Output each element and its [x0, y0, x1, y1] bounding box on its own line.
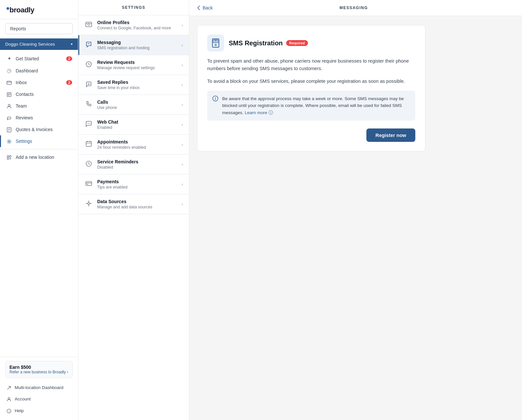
earn-title: Earn $500	[9, 365, 69, 370]
svg-point-50	[215, 97, 216, 98]
svg-rect-12	[9, 156, 11, 157]
sidebar-item-label: Dashboard	[16, 68, 38, 73]
svg-text:?: ?	[8, 410, 10, 413]
appointments-icon	[84, 140, 93, 149]
sidebar-item-label: Inbox	[16, 80, 27, 85]
settings-item-saved-replies[interactable]: Saved Replies Save time in your inbox ›	[78, 75, 189, 95]
quotes-invoices-icon	[6, 127, 12, 132]
settings-item-online-profiles[interactable]: Online Profiles Connect to Google, Faceb…	[78, 15, 189, 35]
chevron-right-icon: ›	[181, 82, 183, 87]
settings-item-service-reminders[interactable]: Service Reminders Disabled ›	[78, 155, 189, 174]
sidebar-item-label: Reviews	[16, 115, 33, 120]
reports-button[interactable]: Reports	[5, 23, 73, 34]
sidebar-item-dashboard[interactable]: ◷ Dashboard	[0, 65, 78, 77]
help-icon: ?	[7, 408, 11, 413]
svg-rect-0	[7, 81, 11, 84]
sidebar-item-add-location[interactable]: Add a new location	[0, 151, 78, 163]
back-label: Back	[203, 5, 213, 10]
settings-item-text: Web Chat Enabled	[97, 119, 177, 130]
sidebar-item-team[interactable]: Team	[0, 100, 78, 112]
payments-icon	[84, 180, 93, 189]
footer-item-multi-location[interactable]: Multi-location Dashboard	[5, 382, 73, 393]
settings-item-text: Payments Tips are enabled	[97, 179, 177, 189]
settings-item-subtitle: Disabled	[97, 165, 177, 170]
settings-item-data-sources[interactable]: Data Sources Manage and add data sources…	[78, 194, 189, 214]
footer-item-label: Account	[15, 397, 31, 401]
add-location-icon	[6, 154, 12, 160]
settings-item-text: Messaging SMS registration and hosting	[97, 40, 177, 50]
online-profiles-icon	[84, 21, 93, 30]
footer-item-account[interactable]: Account	[5, 394, 73, 405]
footer-item-label: Help	[15, 408, 24, 413]
account-icon	[7, 396, 11, 402]
chevron-right-icon: ›	[181, 202, 183, 207]
settings-item-review-requests[interactable]: Review Requests Manage review request se…	[78, 55, 189, 75]
settings-item-subtitle: Use phone	[97, 105, 177, 110]
sidebar-item-get-started[interactable]: ✦ Get Started 2	[0, 52, 78, 65]
detail-header: Back MESSAGING	[189, 0, 522, 16]
settings-item-title: Messaging	[97, 40, 177, 45]
settings-icon	[6, 138, 12, 144]
sidebar-item-label: Team	[16, 103, 27, 109]
settings-item-payments[interactable]: Payments Tips are enabled ›	[78, 174, 189, 194]
location-selector[interactable]: Doggo Cleaning Services ▾	[0, 38, 78, 50]
settings-item-title: Payments	[97, 179, 177, 184]
dashboard-icon: ◷	[6, 68, 12, 74]
get-started-badge: 2	[66, 56, 72, 61]
sidebar-item-settings[interactable]: Settings	[0, 135, 78, 147]
sms-description-1: To prevent spam and other abuse, phone c…	[207, 57, 415, 72]
chevron-right-icon: ›	[181, 102, 183, 107]
info-icon	[212, 96, 218, 103]
sidebar: broadly Reports Doggo Cleaning Services …	[0, 0, 78, 420]
settings-item-subtitle: SMS registration and hosting	[97, 46, 177, 50]
learn-more-link[interactable]: Learn more ⓘ	[245, 110, 273, 115]
earn-link[interactable]: Refer a new business to Broadly ›	[9, 370, 69, 374]
detail-panel-title: MESSAGING	[213, 6, 495, 10]
sidebar-item-quotes-invoices[interactable]: Quotes & Invoices	[0, 124, 78, 135]
location-name: Doggo Cleaning Services	[5, 42, 55, 47]
settings-item-appointments[interactable]: Appointments 24 hour reminders enabled ›	[78, 135, 189, 155]
review-requests-icon	[84, 61, 93, 69]
calls-icon	[84, 100, 93, 109]
svg-rect-28	[86, 142, 91, 146]
sidebar-item-reviews[interactable]: Reviews	[0, 112, 78, 124]
settings-item-subtitle: Manage and add data sources	[97, 205, 177, 209]
sidebar-item-label: Contacts	[16, 92, 34, 97]
sidebar-item-label: Add a new location	[16, 155, 54, 160]
footer-nav: Multi-location Dashboard Account ? Help	[5, 382, 73, 416]
detail-panel: Back MESSAGING SMS Registration Required…	[189, 0, 522, 420]
sidebar-item-inbox[interactable]: Inbox 2	[0, 77, 78, 88]
info-box: Be aware that the approval process may t…	[207, 91, 415, 121]
settings-item-title: Online Profiles	[97, 20, 177, 25]
settings-panel: SETTINGS Online Profiles Connect to Goog…	[78, 0, 189, 420]
settings-item-text: Saved Replies Save time in your inbox	[97, 80, 177, 90]
chevron-right-icon: ›	[181, 22, 183, 28]
inbox-badge: 2	[66, 80, 72, 85]
settings-item-messaging[interactable]: Messaging SMS registration and hosting ›	[78, 35, 189, 55]
footer-item-label: Multi-location Dashboard	[15, 385, 63, 390]
multi-location-icon	[7, 384, 11, 390]
reports-section: Reports	[0, 19, 78, 38]
sidebar-item-contacts[interactable]: Contacts	[0, 88, 78, 100]
team-icon	[6, 103, 12, 109]
settings-item-subtitle: Save time in your inbox	[97, 85, 177, 90]
sms-title-group: SMS Registration Required	[229, 39, 308, 47]
chevron-right-icon: ›	[181, 162, 183, 167]
svg-point-16	[8, 398, 10, 399]
sms-card-header: SMS Registration Required	[207, 35, 415, 52]
logo: broadly	[7, 6, 34, 14]
sms-description-2: To avoid a block on your SMS services, p…	[207, 78, 415, 85]
settings-item-web-chat[interactable]: Web Chat Enabled ›	[78, 115, 189, 135]
footer-item-help[interactable]: ? Help	[5, 405, 73, 416]
svg-rect-11	[7, 156, 9, 157]
svg-point-45	[215, 44, 216, 46]
settings-item-calls[interactable]: Calls Use phone ›	[78, 95, 189, 115]
main-content: SETTINGS Online Profiles Connect to Goog…	[78, 0, 522, 420]
sms-icon-wrapper	[207, 35, 224, 52]
back-button[interactable]: Back	[197, 5, 213, 10]
location-chevron: ▾	[71, 42, 73, 46]
settings-item-title: Appointments	[97, 139, 177, 144]
settings-item-text: Online Profiles Connect to Google, Faceb…	[97, 20, 177, 30]
sidebar-bottom: Earn $500 Refer a new business to Broadl…	[0, 357, 78, 420]
register-now-button[interactable]: Register now	[366, 128, 415, 142]
